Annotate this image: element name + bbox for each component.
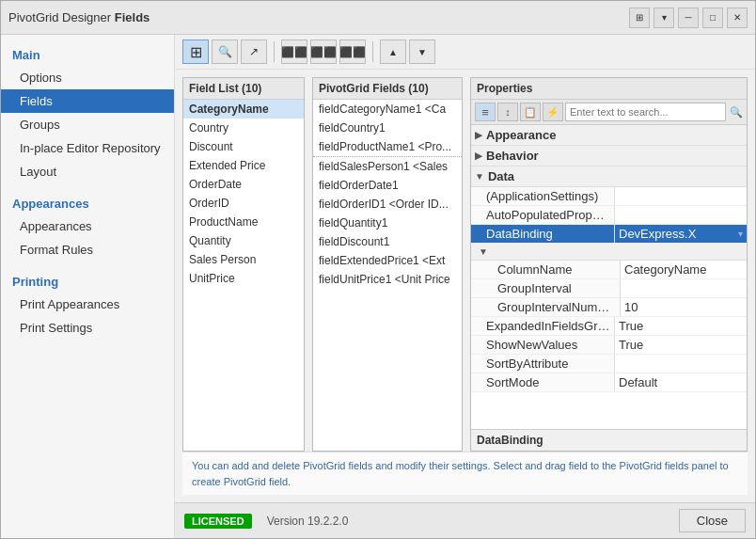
sidebar-item-inplace-editor[interactable]: In-place Editor Repository [1, 136, 174, 160]
sidebar-section-appearances: Appearances [1, 191, 174, 214]
field-list-panel: Field List (10) CategoryName Country Dis… [182, 77, 305, 452]
prop-row-sortmode: SortMode Default [471, 373, 747, 392]
arrow-data: ▼ [475, 171, 484, 182]
toolbar-layout3-btn[interactable]: ⬛⬛ [339, 40, 366, 64]
props-wrap: ▶ Appearance ▶ Behavior ▼ [471, 125, 747, 429]
toolbar-sep2 [372, 41, 373, 62]
props-list: ▶ Appearance ▶ Behavior ▼ [471, 125, 747, 429]
title-dropdown-btn[interactable]: ▾ [654, 8, 674, 28]
props-btn-list[interactable]: ≡ [475, 103, 496, 121]
field-item-unitprice[interactable]: UnitPrice [183, 269, 304, 288]
field-item-discount[interactable]: Discount [183, 137, 304, 156]
field-item-productname[interactable]: ProductName [183, 213, 304, 231]
group-behavior[interactable]: ▶ Behavior [471, 146, 747, 166]
group-appearance-label: Appearance [486, 128, 556, 142]
prop-name-expandedgroup[interactable]: ExpandedInFieldsGroup [471, 317, 615, 335]
field-item-extended-price[interactable]: Extended Price [183, 156, 304, 175]
sidebar-item-format-rules[interactable]: Format Rules [1, 238, 174, 262]
field-item-categoryname[interactable]: CategoryName [183, 100, 304, 119]
sidebar-item-print-settings[interactable]: Print Settings [1, 316, 174, 340]
field-item-salesperson[interactable]: Sales Person [183, 250, 304, 269]
sidebar-item-layout[interactable]: Layout [1, 160, 174, 183]
prop-name-columnname[interactable]: ColumnName [471, 261, 621, 278]
close-button[interactable]: Close [679, 509, 746, 532]
search-icon: 🔍 [730, 106, 743, 119]
toolbar: ⊞ 🔍 ↗ ⬛⬛ ⬛⬛ ⬛⬛ ▲ ▼ [175, 35, 755, 70]
toolbar-layout1-btn[interactable]: ⬛⬛ [281, 40, 307, 64]
group-data-label: Data [488, 169, 514, 183]
prop-value-sortmode: Default [615, 373, 747, 391]
pivot-field-9[interactable]: fieldUnitPrice1 <Unit Price [313, 270, 462, 289]
field-item-orderdate[interactable]: OrderDate [183, 175, 304, 194]
props-btn-clipboard[interactable]: 📋 [520, 103, 541, 121]
pivot-fields-header: PivotGrid Fields (10) [313, 78, 462, 100]
sidebar: Main Options Fields Groups In-place Edit… [1, 35, 175, 538]
prop-row-shownewvalues: ShowNewValues True [471, 336, 747, 355]
prop-value-databinding[interactable]: DevExpress.X ▾ [615, 225, 747, 243]
group-appearance[interactable]: ▶ Appearance [471, 125, 747, 146]
field-item-country[interactable]: Country [183, 119, 304, 137]
props-footer: DataBinding [471, 429, 747, 451]
pivot-field-4[interactable]: fieldOrderDate1 [313, 176, 462, 195]
grid-icon-btn[interactable]: ⊞ [629, 8, 650, 28]
prop-name-groupintervalnumeric[interactable]: GroupIntervalNumeric [471, 298, 621, 316]
prop-row-columnname: ColumnName CategoryName [471, 261, 747, 279]
minimize-btn[interactable]: ─ [678, 8, 699, 28]
prop-name-sortbyattribute[interactable]: SortByAttribute [471, 355, 615, 373]
right-panel: ⊞ 🔍 ↗ ⬛⬛ ⬛⬛ ⬛⬛ ▲ ▼ Field List (10) Categ [175, 35, 755, 538]
prop-row-databinding: DataBinding DevExpress.X ▾ [471, 225, 747, 244]
arrow-behavior: ▶ [475, 151, 482, 161]
pivot-field-8[interactable]: fieldExtendedPrice1 <Ext [313, 251, 462, 270]
field-item-quantity[interactable]: Quantity [183, 231, 304, 250]
sidebar-item-print-appearances[interactable]: Print Appearances [1, 293, 174, 316]
prop-value-autopopulated [615, 206, 747, 224]
properties-panel: Properties ≡ ↕ 📋 ⚡ 🔍 [470, 77, 748, 452]
version-text: Version 19.2.2.0 [267, 515, 349, 528]
databinding-dropdown-icon[interactable]: ▾ [738, 229, 743, 239]
prop-row-sortbyattribute: SortByAttribute [471, 355, 747, 373]
pivot-field-7[interactable]: fieldDiscount1 [313, 232, 462, 251]
toolbar-grid-view-btn[interactable]: ⊞ [182, 40, 209, 64]
maximize-btn[interactable]: □ [702, 8, 723, 28]
pivot-field-0[interactable]: fieldCategoryName1 <Ca [313, 100, 462, 119]
prop-name-shownewvalues[interactable]: ShowNewValues [471, 336, 615, 354]
pivot-field-3[interactable]: fieldSalesPerson1 <Sales [313, 157, 462, 176]
sidebar-item-appearances[interactable]: Appearances [1, 214, 174, 238]
group-behavior-label: Behavior [486, 149, 539, 163]
toolbar-search-btn[interactable]: 🔍 [212, 40, 238, 64]
prop-name-autopopulated[interactable]: AutoPopulatedProperties [471, 206, 615, 224]
toolbar-up-btn[interactable]: ▲ [380, 40, 406, 64]
pivot-field-2[interactable]: fieldProductName1 <Pro... [313, 137, 462, 157]
toolbar-layout2-btn[interactable]: ⬛⬛ [310, 40, 337, 64]
footer-left: LICENSED Version 19.2.2.0 [184, 514, 348, 529]
prop-name-databinding[interactable]: DataBinding [471, 225, 615, 243]
close-window-btn[interactable]: ✕ [727, 8, 748, 28]
pivot-field-6[interactable]: fieldQuantity1 [313, 214, 462, 232]
footer: LICENSED Version 19.2.2.0 Close [175, 502, 755, 538]
prop-name-appsettings[interactable]: (ApplicationSettings) [471, 187, 615, 205]
main-window: PivotGrid Designer Fields ⊞ ▾ ─ □ ✕ Main… [0, 0, 756, 539]
sidebar-section-printing: Printing [1, 269, 174, 293]
prop-value-expandedgroup: True [615, 317, 747, 335]
prop-value-groupinterval [621, 279, 747, 297]
toolbar-down-btn[interactable]: ▼ [409, 40, 435, 64]
prop-name-sortmode[interactable]: SortMode [471, 373, 615, 391]
prop-row-appsettings: (ApplicationSettings) [471, 187, 747, 206]
sidebar-item-groups[interactable]: Groups [1, 113, 174, 136]
field-item-orderid[interactable]: OrderID [183, 194, 304, 213]
pivot-field-1[interactable]: fieldCountry1 [313, 119, 462, 137]
props-btn-sort[interactable]: ↕ [497, 103, 518, 121]
props-search-input[interactable] [565, 103, 726, 121]
sidebar-item-fields[interactable]: Fields [1, 89, 174, 113]
field-list-header: Field List (10) [183, 78, 304, 100]
pivot-field-5[interactable]: fieldOrderID1 <Order ID... [313, 195, 462, 214]
title-bar: PivotGrid Designer Fields ⊞ ▾ ─ □ ✕ [1, 1, 755, 35]
databinding-value-text: DevExpress.X [619, 227, 696, 241]
group-data[interactable]: ▼ Data [471, 166, 747, 187]
group-databinding-expand[interactable]: ▼ [471, 244, 747, 261]
props-btn-event[interactable]: ⚡ [543, 103, 563, 121]
sidebar-item-options[interactable]: Options [1, 66, 174, 89]
arrow-appearance: ▶ [475, 130, 482, 140]
prop-name-groupinterval[interactable]: GroupInterval [471, 279, 621, 297]
toolbar-export-btn[interactable]: ↗ [241, 40, 267, 64]
